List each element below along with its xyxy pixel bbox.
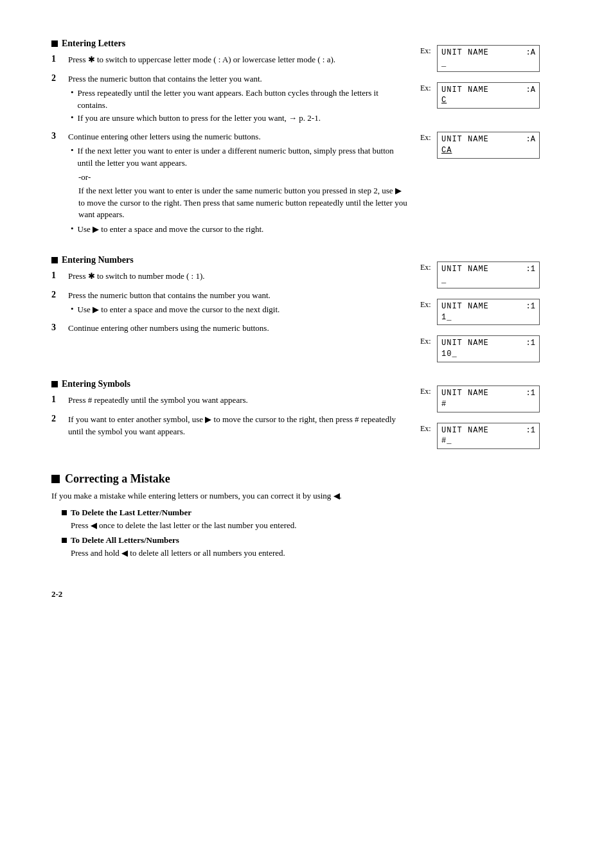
bullet-text: Press repeatedly until the letter you wa… xyxy=(78,87,407,112)
step-content: Press ✱ to switch to number mode ( : 1). xyxy=(68,270,407,285)
numbers-step-2: 2 Press the numeric button that contains… xyxy=(51,290,407,317)
lcd-display-3: Ex: UNIT NAME :A CA xyxy=(420,132,562,159)
lcd-display-1: Ex: UNIT NAME :1 # xyxy=(420,385,562,412)
lcd-mode: :1 xyxy=(526,264,535,275)
lcd-mode: :1 xyxy=(526,338,535,349)
lcd-mode: :1 xyxy=(526,425,535,436)
entering-symbols-heading: Entering Symbols xyxy=(51,379,407,389)
lcd-line2: # xyxy=(441,399,535,410)
numbers-step-3: 3 Continue entering other numbers using … xyxy=(51,323,407,337)
lcd-unit-name: UNIT NAME xyxy=(441,48,489,58)
entering-letters-heading: Entering Letters xyxy=(51,39,407,49)
lcd-line2: _ xyxy=(441,275,535,286)
step-content: Continue entering other letters using th… xyxy=(68,131,407,237)
entering-numbers-displays: Ex: UNIT NAME :1 _ Ex: UNIT NAME :1 xyxy=(420,255,562,366)
step-number: 1 xyxy=(51,54,62,68)
correcting-sub1: To Delete the Last Letter/Number Press ◀… xyxy=(51,508,562,532)
correcting-sub2-heading: To Delete All Letters/Numbers xyxy=(62,535,562,545)
symbols-step-2: 2 If you want to enter another symbol, u… xyxy=(51,414,407,440)
sub-heading-square-icon xyxy=(62,538,67,543)
correcting-sub2-text: Press and hold ◀ to delete all letters o… xyxy=(62,547,562,560)
lcd-box: UNIT NAME :A _ xyxy=(437,45,540,72)
lcd-box: UNIT NAME :1 #_ xyxy=(437,423,540,450)
lcd-unit-name: UNIT NAME xyxy=(441,301,489,312)
heading-square-icon xyxy=(51,475,60,483)
step-number: 1 xyxy=(51,270,62,285)
entering-symbols-left: Entering Symbols 1 Press # repeatedly un… xyxy=(51,379,407,453)
correcting-mistake-heading: Correcting a Mistake xyxy=(51,472,562,486)
page-content: Entering Letters 1 Press ✱ to switch to … xyxy=(51,39,562,599)
bullet-item: • Use ▶ to enter a space and move the cu… xyxy=(68,304,407,316)
letters-step-1: 1 Press ✱ to switch to uppercase letter … xyxy=(51,54,407,68)
step-note: If the next letter you want to enter is … xyxy=(68,185,407,222)
bullet-item: • If you are unsure which button to pres… xyxy=(68,112,407,125)
lcd-box: UNIT NAME :1 _ xyxy=(437,261,540,288)
lcd-display-2: Ex: UNIT NAME :1 1_ xyxy=(420,299,562,326)
step-content: Press ✱ to switch to uppercase letter mo… xyxy=(68,54,407,68)
lcd-box: UNIT NAME :A CA xyxy=(437,132,540,159)
step-content: Press # repeatedly until the symbol you … xyxy=(68,394,407,409)
step-content: If you want to enter another symbol, use… xyxy=(68,414,407,440)
heading-square-icon xyxy=(51,257,58,263)
lcd-box: UNIT NAME :1 10_ xyxy=(437,335,540,362)
heading-square-icon xyxy=(51,40,58,47)
lcd-unit-name: UNIT NAME xyxy=(441,85,489,96)
step-content: Press the numeric button that contains t… xyxy=(68,73,407,126)
lcd-mode: :1 xyxy=(526,301,535,312)
step-number: 3 xyxy=(51,131,62,237)
bullet-item: • If the next letter you want to enter i… xyxy=(68,145,407,170)
step-number: 2 xyxy=(51,73,62,126)
correcting-sub2: To Delete All Letters/Numbers Press and … xyxy=(51,535,562,560)
step-text: Press the numeric button that contains t… xyxy=(68,73,407,85)
lcd-line2: 10_ xyxy=(441,349,535,360)
lcd-display-3: Ex: UNIT NAME :1 10_ xyxy=(420,335,562,362)
lcd-box: UNIT NAME :1 1_ xyxy=(437,299,540,326)
lcd-mode: :A xyxy=(526,134,535,145)
ex-label: Ex: xyxy=(420,133,433,143)
step-text: Continue entering other numbers using th… xyxy=(68,323,407,335)
entering-letters-section: Entering Letters 1 Press ✱ to switch to … xyxy=(51,39,562,242)
symbols-step-1: 1 Press # repeatedly until the symbol yo… xyxy=(51,394,407,409)
entering-numbers-left: Entering Numbers 1 Press ✱ to switch to … xyxy=(51,255,407,366)
lcd-line2: CA xyxy=(441,145,535,156)
lcd-unit-name: UNIT NAME xyxy=(441,388,489,399)
lcd-display-1: Ex: UNIT NAME :A _ xyxy=(420,45,562,72)
lcd-line2: 1_ xyxy=(441,312,535,323)
step-text: Press ✱ to switch to number mode ( : 1). xyxy=(68,270,407,283)
lcd-line2: _ xyxy=(441,58,535,69)
ex-label: Ex: xyxy=(420,263,433,272)
lcd-box: UNIT NAME :1 # xyxy=(437,385,540,412)
entering-numbers-heading: Entering Numbers xyxy=(51,255,407,265)
bullet-text: Use ▶ to enter a space and move the curs… xyxy=(78,224,407,236)
step-text: If you want to enter another symbol, use… xyxy=(68,414,407,438)
bullet-item: • Use ▶ to enter a space and move the cu… xyxy=(68,224,407,236)
numbers-step-1: 1 Press ✱ to switch to number mode ( : 1… xyxy=(51,270,407,285)
entering-symbols-section: Entering Symbols 1 Press # repeatedly un… xyxy=(51,379,562,453)
step-number: 2 xyxy=(51,414,62,440)
ex-label: Ex: xyxy=(420,84,433,93)
lcd-mode: :1 xyxy=(526,388,535,399)
or-line: -or- xyxy=(68,172,407,182)
lcd-display-2: Ex: UNIT NAME :A C xyxy=(420,82,562,109)
page-number: 2-2 xyxy=(51,589,562,599)
step-content: Press the numeric button that contains t… xyxy=(68,290,407,317)
heading-square-icon xyxy=(51,381,58,387)
step-text: Press the numeric button that contains t… xyxy=(68,290,407,302)
lcd-mode: :A xyxy=(526,85,535,96)
letters-step-2: 2 Press the numeric button that contains… xyxy=(51,73,407,126)
step-number: 1 xyxy=(51,394,62,409)
step-text: Continue entering other letters using th… xyxy=(68,131,407,143)
step-text: Press ✱ to switch to uppercase letter mo… xyxy=(68,54,407,66)
bullet-item: • Press repeatedly until the letter you … xyxy=(68,87,407,112)
lcd-line2: #_ xyxy=(441,436,535,447)
ex-label: Ex: xyxy=(420,300,433,310)
entering-numbers-section: Entering Numbers 1 Press ✱ to switch to … xyxy=(51,255,562,366)
lcd-unit-name: UNIT NAME xyxy=(441,264,489,275)
bullet-text: If you are unsure which button to press … xyxy=(78,112,407,125)
correcting-sub1-heading: To Delete the Last Letter/Number xyxy=(62,508,562,518)
sub-heading-square-icon xyxy=(62,510,67,515)
step-text: Press # repeatedly until the symbol you … xyxy=(68,394,407,407)
ex-label: Ex: xyxy=(420,387,433,396)
entering-letters-left: Entering Letters 1 Press ✱ to switch to … xyxy=(51,39,407,242)
step-number: 3 xyxy=(51,323,62,337)
